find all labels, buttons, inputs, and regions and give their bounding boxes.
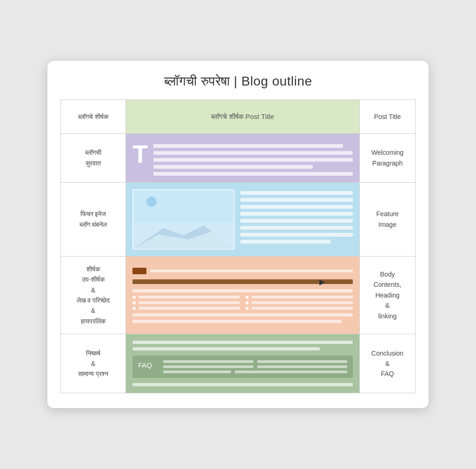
faq-line [257, 365, 347, 368]
right-conclusion: Conclusion&FAQ [360, 334, 416, 393]
faq-line [163, 365, 253, 368]
blog-outline-card: ब्लॉगची रुपरेषा | Blog outline ब्लॉगचे श… [47, 61, 429, 408]
faq-line [235, 370, 348, 373]
body-col-right [245, 296, 353, 310]
line-bar [240, 205, 353, 209]
line-bar [240, 233, 353, 237]
label-conclusion: निष्कर्ष&सामान्य प्रश्न [61, 334, 126, 393]
line-bar [153, 158, 353, 162]
bullet-line [132, 301, 240, 304]
faq-row [163, 365, 347, 368]
right-body: BodyContents,Heading&linking [360, 256, 416, 334]
line-bar [240, 240, 331, 244]
img-sky [133, 190, 234, 222]
bullet-text [251, 301, 353, 304]
feature-lines [240, 191, 353, 244]
faq-row [163, 360, 347, 363]
content-conclusion: FAQ [126, 334, 360, 393]
bullet-dot [245, 301, 249, 304]
welcome-lines [153, 144, 353, 176]
bullet-dot [132, 296, 136, 299]
body-top-bar [132, 268, 353, 274]
content-welcome: T [126, 133, 360, 182]
faq-line [163, 360, 253, 363]
img-circle [146, 197, 157, 207]
right-feature: FeatureImage [360, 182, 416, 256]
heading-line [150, 270, 353, 272]
label-feature: फिचर इमेजब्लॉग थंबनेल [61, 182, 126, 256]
line-bar [153, 144, 343, 148]
outline-table: ब्लॉगचे शीर्षक ब्लॉगचे शीर्षक Post Title… [60, 99, 416, 393]
faq-line [163, 370, 231, 373]
label-post-title: ब्लॉगचे शीर्षक [61, 99, 126, 133]
body-col-left [132, 296, 240, 310]
bullet-dot [245, 296, 249, 299]
faq-line [257, 360, 347, 363]
label-body: शीर्षकउप-शीर्षक&लेख व परिच्छेद&हायपरलिंक [61, 256, 126, 334]
line-bar [153, 151, 353, 155]
thick-line: ▶ [132, 279, 353, 284]
bullet-text [139, 307, 240, 310]
bullet-text [251, 296, 353, 298]
bullet-text [139, 301, 240, 304]
conclusion-inner: FAQ [132, 341, 353, 386]
feature-inner [132, 189, 353, 250]
cursor-icon: ▶ [319, 277, 325, 286]
bullet-line [245, 296, 353, 299]
row-feature: फिचर इमेजब्लॉग थंबनेल [61, 182, 416, 256]
conc-bottom-line [132, 383, 353, 386]
row-welcome: ब्लॉगचीसुरवात T WelcomingParagraph [61, 133, 416, 182]
label-welcome: ब्लॉगचीसुरवात [61, 133, 126, 182]
line-bar [153, 165, 313, 169]
big-t-icon: T [132, 141, 148, 166]
welcome-inner: T [132, 140, 353, 176]
body-inner: ▶ [132, 268, 353, 323]
bullet-text [251, 307, 353, 310]
line-bar [132, 313, 353, 317]
line-bar [132, 289, 353, 292]
bullet-line [132, 307, 240, 310]
main-title: ब्लॉगची रुपरेषा | Blog outline [60, 74, 416, 89]
content-feature [126, 182, 360, 256]
row-conclusion: निष्कर्ष&सामान्य प्रश्न FAQ [61, 334, 416, 393]
faq-lines [163, 360, 347, 373]
body-two-col [132, 296, 353, 310]
conc-line [132, 341, 353, 344]
right-post-title: Post Title [360, 99, 416, 133]
faq-label: FAQ [138, 360, 159, 369]
row-body: शीर्षकउप-शीर्षक&लेख व परिच्छेद&हायपरलिंक… [61, 256, 416, 334]
conc-line [132, 347, 320, 350]
content-post-title: ब्लॉगचे शीर्षक Post Title [126, 99, 360, 133]
line-bar [153, 172, 353, 176]
right-welcome: WelcomingParagraph [360, 133, 416, 182]
bullet-line [132, 296, 240, 299]
line-bar [240, 191, 353, 195]
content-body: ▶ [126, 256, 360, 334]
bullet-line [245, 307, 353, 310]
bullet-dot [132, 307, 136, 310]
row-post-title: ब्लॉगचे शीर्षक ब्लॉगचे शीर्षक Post Title… [61, 99, 416, 133]
bullet-dot [132, 301, 136, 304]
line-bar [132, 320, 342, 323]
line-bar [240, 219, 353, 223]
faq-row [163, 370, 347, 373]
line-bar [240, 212, 353, 216]
image-placeholder [132, 189, 235, 250]
bullet-text [139, 296, 240, 298]
faq-box: FAQ [132, 356, 353, 378]
small-rect [132, 268, 146, 274]
bullet-dot [245, 307, 249, 310]
line-bar [240, 198, 353, 202]
line-bar [240, 226, 353, 230]
title-box: ब्लॉगचे शीर्षक Post Title [132, 106, 353, 128]
bullet-line [245, 301, 353, 304]
